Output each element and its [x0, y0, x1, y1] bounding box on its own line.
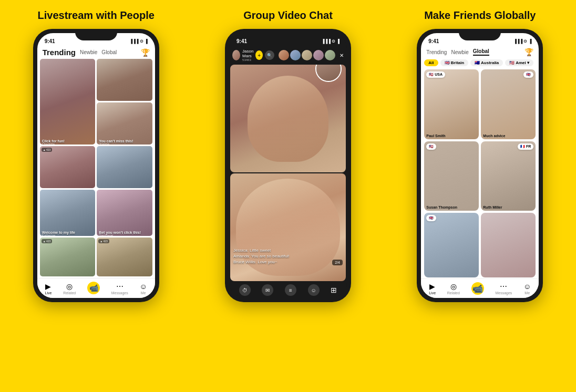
list-item[interactable]: 🇬🇧: [424, 213, 479, 277]
phone3: 9:41 ▐▐▐ ⊙ ▐ Trending Newbie Global 🏆 Al…: [417, 29, 543, 302]
nav-live-label: Live: [45, 291, 52, 295]
grid-badge: ▲ 423: [98, 239, 109, 243]
add-icon[interactable]: +: [255, 50, 263, 60]
list-item[interactable]: 🇺🇸 Susan Thompson: [424, 141, 479, 211]
filter-america[interactable]: 🇺🇸 Amei ▾: [505, 59, 533, 66]
menu-icon[interactable]: ≡: [285, 284, 296, 296]
grid-sublabel: Joanne: [99, 142, 109, 145]
filter-britain[interactable]: 🇬🇧 Britain: [440, 59, 469, 66]
region-filters: All 🇬🇧 Britain 🇦🇺 Australia 🇺🇸 Amei ▾: [421, 58, 539, 68]
list-item[interactable]: 🇺🇸 USA Paul Smith: [424, 69, 479, 139]
nav3-messages-label: Messages: [495, 291, 512, 295]
list-item[interactable]: 🇬🇧 Much advice: [481, 69, 536, 139]
phone3-grid: 🇺🇸 USA Paul Smith 🇬🇧 Much advice 🇺🇸 Susa…: [421, 68, 539, 278]
live-icon: ▶: [45, 282, 51, 291]
nav-messages[interactable]: ⋯ Messages: [111, 282, 128, 295]
phone3-status-icons: ▐▐▐ ⊙ ▐: [513, 39, 531, 44]
panel-group-video: Group Video Chat 9:41 ▐▐▐ ⊙ ▐ Jason Mars…: [192, 0, 384, 392]
participant-thumb: [279, 50, 289, 60]
flag-badge: 🇺🇸 USA: [426, 71, 445, 78]
list-item[interactable]: Click for fun! Charlotte: [40, 59, 96, 145]
video-viewer-count: 53463: [242, 58, 253, 61]
nav3-related-label: Related: [447, 291, 460, 295]
flag-badge-fr: 🇫🇷 FR: [518, 143, 533, 150]
grid-icon[interactable]: ⊞: [331, 286, 337, 294]
close-icon[interactable]: ✕: [340, 53, 344, 58]
phone1-inner: 9:41 ▐▐▐ ⊙ ▐ Trending Newbie Global 🏆 Cl…: [37, 33, 155, 298]
emoji-icon[interactable]: ☺: [308, 284, 320, 296]
filter-australia[interactable]: 🇦🇺 Australia: [470, 59, 503, 66]
nav-video[interactable]: 📹: [87, 282, 100, 295]
phone1-notch: [75, 29, 117, 40]
grid-badge: ▲ 423: [42, 148, 53, 152]
phone1-nav-title: Trending: [43, 48, 76, 57]
search-video-icon[interactable]: 🔍: [265, 50, 274, 60]
phone1-status-icons: ▐▐▐ ⊙ ▐: [130, 39, 148, 44]
nav-messages-label: Messages: [111, 291, 128, 295]
list-item[interactable]: Welcome to my life Katherine: [40, 190, 96, 236]
flag-badge: 🇬🇧: [523, 71, 533, 78]
video-action-icons: 🔍: [265, 50, 274, 60]
list-item[interactable]: [97, 59, 152, 101]
related-icon: ◎: [66, 282, 73, 291]
video-main-area: Jessica: Little sweet Amanda: You are so…: [229, 64, 347, 282]
nav-related-label: Related: [63, 291, 76, 295]
phone3-notch: [459, 29, 501, 40]
list-item[interactable]: [481, 213, 536, 277]
video-host-name: Jason Mars: [242, 49, 253, 58]
video-host-avatar: [232, 50, 240, 60]
phone3-tab-trending[interactable]: Trending: [426, 49, 447, 55]
pip-feed: [316, 65, 341, 81]
phone1: 9:41 ▐▐▐ ⊙ ▐ Trending Newbie Global 🏆 Cl…: [33, 29, 159, 302]
phone1-grid: Click for fun! Charlotte You can't miss …: [37, 59, 155, 278]
panel-friends: Make Friends Globally 9:41 ▐▐▐ ⊙ ▐ Trend…: [384, 0, 576, 392]
messages-icon-3: ⋯: [500, 282, 507, 291]
nav3-related[interactable]: ◎ Related: [447, 282, 460, 295]
nav3-video[interactable]: 📹: [471, 282, 484, 295]
phone2-notch: [267, 29, 309, 40]
nav3-messages[interactable]: ⋯ Messages: [495, 282, 512, 295]
phone1-tab-global[interactable]: Global: [101, 49, 117, 55]
face-overlay: [248, 76, 328, 162]
message-icon[interactable]: ✉: [262, 284, 273, 296]
nav-me[interactable]: ☺ Me: [139, 282, 147, 295]
phone3-tab-newbie[interactable]: Newbie: [451, 49, 468, 55]
list-item[interactable]: [97, 146, 152, 188]
list-item[interactable]: You can't miss this! Joanne: [97, 102, 152, 145]
grid-sublabel: Katherine: [42, 234, 56, 236]
phone2-time: 9:41: [236, 38, 247, 44]
video-bottom-section: Jessica: Little sweet Amanda: You are so…: [230, 173, 346, 281]
phone3-tab-global[interactable]: Global: [473, 48, 489, 56]
phone2-status-icons: ▐▐▐ ⊙ ▐: [322, 39, 340, 44]
video-chat-overlay: Jessica: Little sweet Amanda: You are so…: [233, 248, 343, 265]
phone3-bottom-nav: ▶ Live ◎ Related 📹 ⋯ Messages ☺ Me: [421, 278, 539, 298]
person-name: Paul Smith: [426, 134, 445, 138]
nav-related[interactable]: ◎ Related: [63, 282, 76, 295]
messages-icon: ⋯: [116, 282, 124, 291]
me-icon: ☺: [139, 282, 147, 291]
nav3-me[interactable]: ☺ Me: [523, 282, 531, 295]
phone3-time: 9:41: [428, 38, 439, 44]
dropdown-arrow: ▾: [527, 60, 529, 65]
list-item[interactable]: ▲ 423: [40, 238, 96, 276]
flag-badge: 🇬🇧: [426, 215, 436, 221]
filter-all[interactable]: All: [424, 59, 438, 66]
timer-icon[interactable]: ⏱: [239, 284, 251, 296]
related-icon-3: ◎: [450, 282, 457, 291]
video-bottom-controls: ⏱ ✉ ≡ ☺ ⊞: [229, 282, 347, 298]
live-icon-3: ▶: [429, 282, 435, 291]
chat-message: Amanda: You are so beautiful!: [233, 254, 343, 259]
nav-live[interactable]: ▶ Live: [45, 282, 52, 295]
nav3-live[interactable]: ▶ Live: [429, 282, 436, 295]
participant-thumb: [313, 50, 324, 60]
list-item[interactable]: ▲ 423: [40, 146, 96, 188]
participant-thumb: [290, 50, 301, 60]
list-item[interactable]: Bet you won't click this! Stephanie: [97, 190, 152, 236]
list-item[interactable]: 🇫🇷 FR Ruth Miller: [481, 141, 536, 211]
phone1-bottom-nav: ▶ Live ◎ Related 📹 ⋯ Messages ☺ Me: [37, 278, 155, 298]
person-name: Ruth Miller: [483, 205, 502, 209]
nav-me-label: Me: [141, 291, 146, 295]
phone1-tab-newbie[interactable]: Newbie: [80, 49, 97, 55]
grid-badge: ▲ 423: [42, 239, 53, 243]
list-item[interactable]: ▲ 423: [97, 238, 152, 276]
